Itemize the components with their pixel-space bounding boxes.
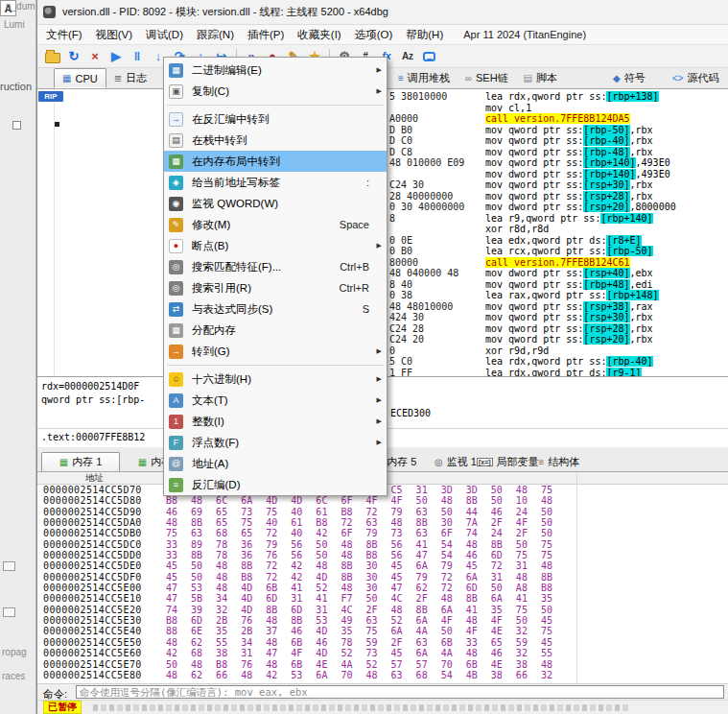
menu-item-label: 转到(G) (192, 345, 230, 359)
dump-row[interactable]: 0000002514CC5E5048 62 55 34 48 6B 46 78 … (37, 637, 728, 648)
text-az-button[interactable]: Az (398, 47, 417, 66)
dump-bytes: 46 69 65 73 75 40 61 B8 72 79 63 50 44 4… (166, 507, 552, 517)
menu-item-label: 反汇编(D) (192, 478, 240, 492)
dump-row[interactable]: 0000002514CC5DF045 50 48 B8 72 42 4D 8B … (37, 572, 728, 583)
breakpoint-icon: ● (169, 239, 183, 253)
instruction-bytes: D B0 (389, 125, 483, 136)
dump-tab-局部变量[interactable]: [x=]局部变量 (477, 452, 539, 471)
memory-operand-token: [rbp-50] (606, 246, 652, 256)
dump-address: 0000002514CC5E80 (43, 670, 166, 680)
tab-符号[interactable]: ◆符号 (605, 68, 653, 88)
background-text-fragment: Lumi (4, 19, 25, 30)
menubar-item[interactable]: 文件(F) (39, 25, 89, 45)
dump-row[interactable]: 0000002514CC5DC033 89 78 36 79 56 50 48 … (37, 539, 728, 550)
instruction-bytes: 80000 (389, 257, 483, 269)
menubar-item[interactable]: 跟踪(N) (190, 25, 241, 45)
dump-row[interactable]: 0000002514CC5E7050 48 B8 76 48 6B 4E 4A … (37, 659, 728, 670)
dump-row[interactable]: 0000002514CC5D9046 69 65 73 75 40 61 B8 … (37, 507, 728, 517)
instruction-text: mov qword ptr ss:[rsp+28],rbx (485, 323, 653, 335)
dump-row[interactable]: 0000002514CC5E8048 62 66 48 42 53 6A 70 … (37, 670, 728, 680)
dump-address: 0000002514CC5DB0 (43, 528, 166, 538)
instruction-text: mov qword ptr ss:[rsp+20],rbx (485, 334, 653, 345)
tab-SEH链[interactable]: ∞SEH链 (458, 68, 516, 88)
menu-item-label: 在反汇编中转到 (192, 112, 270, 127)
dump-tab-label: 内存 5 (387, 455, 416, 469)
pause-button[interactable]: ‖ (128, 47, 147, 66)
memory-operand-token: [rbp+140] (600, 213, 652, 224)
dump-pane[interactable]: 地址 0000002514CC5D7040 55 53 56 57 41 54 … (37, 472, 728, 683)
menubar-item[interactable]: 帮助(H) (399, 25, 450, 45)
menu-item-float-mode[interactable]: F浮点数(F)▶ (164, 432, 387, 453)
tab-脚本[interactable]: ▤脚本 (516, 68, 565, 88)
dump-row[interactable]: 0000002514CC5E1047 5B 34 4D 6D 31 41 F7 … (37, 593, 728, 604)
dump-tab-结构体[interactable]: ≡结构体 (539, 452, 580, 471)
instruction-text: mov qword ptr ss:[rsp+30],rbx (485, 312, 653, 323)
window-title: version.dll - PID: 8092 - 模块: version.dl… (62, 5, 388, 19)
open-file-icon (45, 53, 60, 63)
float-mode-icon: F (169, 436, 183, 450)
menu-item-label: 搜索匹配特征(F)... (192, 260, 281, 274)
menu-item-watch-qword[interactable]: ◉监视 QWORD(W) (164, 193, 387, 214)
dump-row[interactable]: 0000002514CC5DD033 8B 78 36 76 56 50 48 … (37, 550, 728, 560)
dump-row[interactable]: 0000002514CC5DB075 63 68 65 72 40 42 6F … (37, 528, 728, 538)
tab-调用堆栈[interactable]: ≡调用堆栈 (390, 68, 458, 88)
dump-row[interactable]: 0000002514CC5DE045 50 48 8B 72 42 48 8B … (37, 560, 728, 571)
dump-tab-label: 内存 1 (72, 455, 102, 469)
tab-label: 日志 (126, 71, 147, 85)
menubar-item[interactable]: 调试(D) (139, 25, 190, 45)
run-button[interactable]: ▶ (106, 47, 126, 66)
hex-mode-icon: ☺ (169, 372, 183, 387)
dump-row[interactable]: 0000002514CC5E2074 39 32 4D 8B 6D 31 4C … (37, 605, 728, 615)
dump-row[interactable]: 0000002514CC5E6042 68 38 31 47 4F 4D 52 … (37, 648, 728, 658)
menu-item-label: 复制(C) (192, 84, 229, 99)
menu-item-goto-disassembly[interactable]: →在反汇编中转到 (164, 108, 387, 130)
dump-row[interactable]: 0000002514CC5DA048 8B 65 75 40 61 B8 72 … (37, 517, 728, 528)
dump-row[interactable]: 0000002514CC5E0047 53 48 4D 6B 41 52 48 … (37, 583, 728, 593)
menu-item-find-pattern[interactable]: ◎搜索匹配特征(F)...Ctrl+B (164, 256, 387, 277)
menu-item-integer-mode[interactable]: 1整数(I)▶ (164, 411, 387, 432)
tab-label: CPU (75, 73, 97, 84)
menu-item-find-references[interactable]: ◎搜索引用(R)Ctrl+R (164, 277, 387, 298)
dump-tab-监视 1[interactable]: ◎监视 1 (434, 452, 477, 471)
menubar-item[interactable]: 视图(V) (89, 25, 139, 45)
dump-address: 0000002514CC5E40 (43, 626, 166, 636)
menu-item-binary-edit[interactable]: ▦二进制编辑(E)▶ (164, 60, 387, 81)
menubar-item[interactable]: 插件(P) (241, 25, 291, 45)
chat-bubble-button[interactable] (419, 47, 438, 66)
instruction-bytes: 424 30 (389, 312, 483, 323)
title-bar[interactable]: version.dll - PID: 8092 - 模块: version.dl… (37, 0, 728, 25)
menu-item-label: 给当前地址写标签 (192, 176, 280, 190)
menubar-item[interactable]: 收藏夹(I) (291, 25, 347, 45)
menu-item-breakpoint[interactable]: ●断点(B)▶ (164, 235, 387, 256)
instruction-text: xor r8d,r8d (485, 224, 549, 235)
dump-row[interactable]: 0000002514CC5D80B8 48 6C 6A 4D 4D 6C 6F … (37, 495, 728, 506)
tab-源代码[interactable]: <>源代码 (665, 68, 727, 88)
menu-item-hex-mode[interactable]: ☺十六进制(H)▶ (164, 369, 387, 390)
memory-operand-token: [rsp+38] (583, 301, 629, 312)
menu-item-set-label[interactable]: ◈给当前地址写标签: (164, 172, 387, 193)
close-button[interactable]: × (85, 47, 105, 66)
menu-item-goto-memory-map[interactable]: ▦在内存布局中转到 (164, 151, 387, 172)
menu-item-disassembly-mode[interactable]: ≡反汇编(D) (164, 474, 387, 495)
command-input[interactable] (76, 685, 724, 699)
menu-item-copy[interactable]: ▣复制(C)▶ (164, 81, 387, 102)
dump-row[interactable]: 0000002514CC5E4088 6E 35 2B 37 46 4D 35 … (37, 626, 728, 636)
menu-item-goto[interactable]: →转到(G)▶ (164, 341, 387, 362)
menu-item-modify[interactable]: ✎修改(M)Space (164, 214, 387, 235)
restart-button[interactable]: ↻ (64, 47, 83, 66)
app-icon (43, 6, 56, 18)
open-file-button[interactable] (43, 47, 62, 66)
dump-row[interactable]: 0000002514CC5E30B8 6D 2B 76 48 8B 53 49 … (37, 615, 728, 626)
menu-item-goto-stack[interactable]: ▤在栈中转到 (164, 130, 387, 151)
menu-item-allocate-memory[interactable]: ▦分配内存 (164, 320, 387, 341)
tab-日志[interactable]: ≣日志 (106, 68, 154, 88)
dump-address: 0000002514CC5E60 (43, 648, 166, 658)
menu-item-sync-expression[interactable]: ⇄与表达式同步(S)S (164, 298, 387, 320)
menu-item-text-mode[interactable]: A文本(T)▶ (164, 390, 387, 411)
instruction-bytes: 8 (389, 213, 483, 225)
dump-tab-内存 1[interactable]: ▦内存 1 (41, 452, 120, 471)
menu-item-address-mode[interactable]: @地址(A) (164, 453, 387, 474)
dump-address: 0000002514CC5DE0 (43, 560, 166, 571)
menubar-item[interactable]: 选项(O) (348, 25, 400, 45)
tab-CPU[interactable]: ▦CPU (54, 68, 106, 88)
